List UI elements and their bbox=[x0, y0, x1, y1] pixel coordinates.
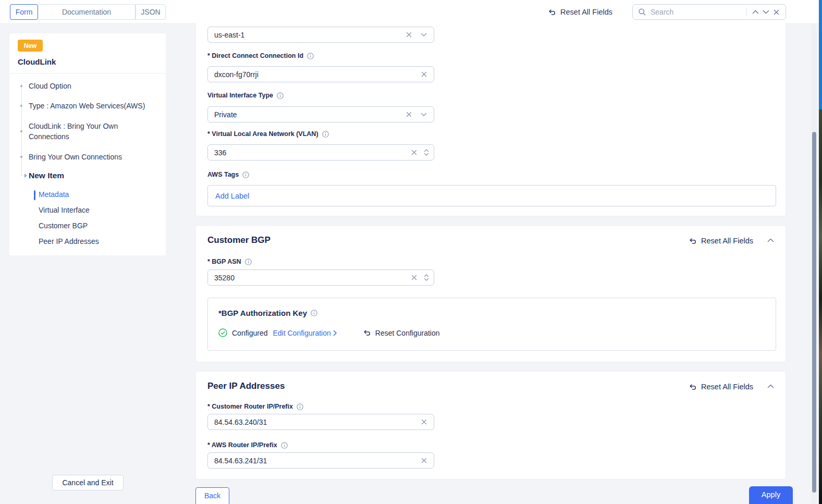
vlan-field bbox=[207, 144, 434, 161]
connection-id-input[interactable] bbox=[214, 70, 419, 79]
connection-id-field bbox=[207, 66, 434, 82]
vlan-label: * Virtual Local Area Network (VLAN) bbox=[207, 130, 329, 138]
metadata-section-card: us-east-1 * Direct Connect Connection Id… bbox=[195, 23, 786, 216]
bgp-asn-field bbox=[207, 269, 434, 286]
topbar: Form Documentation JSON Reset All Fields bbox=[0, 0, 822, 23]
back-button[interactable]: Back bbox=[195, 487, 229, 504]
clear-icon[interactable] bbox=[403, 30, 414, 40]
reset-configuration-button[interactable]: Reset Configuration bbox=[362, 329, 440, 337]
customer-bgp-title: Customer BGP bbox=[207, 235, 271, 245]
customer-router-input[interactable] bbox=[214, 418, 419, 426]
tree-item-cloudlink-byoc[interactable]: CloudLink : Bring Your Own Connections bbox=[29, 121, 133, 142]
tree-caret-icon bbox=[24, 174, 27, 178]
clear-icon[interactable] bbox=[409, 273, 419, 283]
search-close-button[interactable] bbox=[771, 7, 781, 17]
tree-item-cloud-option[interactable]: Cloud Option bbox=[29, 81, 159, 91]
peer-ip-reset-button[interactable]: Reset All Fields bbox=[688, 383, 753, 391]
customer-bgp-reset-button[interactable]: Reset All Fields bbox=[688, 237, 753, 245]
check-circle-icon bbox=[218, 328, 227, 337]
scrollbar-thumb[interactable] bbox=[812, 132, 816, 493]
new-badge: New bbox=[18, 40, 43, 52]
aws-router-field bbox=[207, 452, 434, 469]
reset-icon bbox=[547, 8, 556, 16]
bgp-asn-input[interactable] bbox=[214, 274, 409, 282]
reset-all-fields-button[interactable]: Reset All Fields bbox=[547, 8, 612, 16]
configured-status: Configured bbox=[232, 329, 268, 337]
tab-form[interactable]: Form bbox=[10, 4, 38, 20]
reset-icon bbox=[362, 329, 371, 337]
aws-tags-label: AWS Tags bbox=[207, 171, 249, 178]
peer-ip-section-card: Peer IP Addresses Reset All Fields * Cus… bbox=[195, 371, 786, 480]
tree-bullet bbox=[20, 105, 22, 107]
chevron-down-icon[interactable] bbox=[419, 109, 429, 120]
edit-configuration-link[interactable]: Edit Configuration bbox=[273, 329, 337, 337]
search-divider bbox=[746, 8, 746, 16]
vif-type-label: Virtual Interface Type bbox=[207, 92, 284, 99]
cancel-and-exit-button[interactable]: Cancel and Exit bbox=[52, 475, 124, 490]
clear-icon[interactable] bbox=[419, 417, 429, 427]
info-icon[interactable] bbox=[297, 403, 303, 410]
info-icon[interactable] bbox=[307, 53, 314, 59]
sidebar-item-customer-bgp[interactable]: Customer BGP bbox=[39, 222, 153, 230]
tree-bullet bbox=[20, 85, 22, 87]
bgp-auth-key-status-row: Configured Edit Configuration Reset Conf… bbox=[218, 328, 440, 337]
tree-item-bring-your-own-connections[interactable]: Bring Your Own Connections bbox=[29, 152, 159, 162]
sidebar-item-virtual-interface[interactable]: Virtual Interface bbox=[39, 206, 153, 214]
search-icon bbox=[638, 8, 646, 16]
bgp-auth-key-card: *BGP Authorization Key Configured Edit C… bbox=[207, 298, 776, 351]
clear-icon[interactable] bbox=[419, 69, 429, 80]
screen-edge-strip bbox=[819, 109, 822, 504]
view-tabs: Form Documentation JSON bbox=[10, 4, 166, 20]
tree-item-new-item[interactable]: New Item bbox=[29, 171, 64, 180]
tab-json[interactable]: JSON bbox=[136, 4, 166, 20]
collapse-section-button[interactable] bbox=[767, 384, 774, 388]
search-next-button[interactable] bbox=[760, 7, 771, 17]
vlan-input[interactable] bbox=[214, 149, 409, 157]
info-icon[interactable] bbox=[281, 442, 288, 449]
apply-button[interactable]: Apply bbox=[749, 486, 793, 504]
info-icon[interactable] bbox=[245, 259, 252, 265]
clear-icon[interactable] bbox=[403, 109, 414, 120]
clear-icon[interactable] bbox=[419, 456, 429, 466]
info-icon[interactable] bbox=[311, 310, 317, 316]
peer-ip-title: Peer IP Addresses bbox=[207, 381, 285, 391]
search-box bbox=[632, 4, 786, 20]
search-input[interactable] bbox=[651, 8, 742, 16]
region-select[interactable]: us-east-1 bbox=[207, 27, 434, 43]
reset-icon bbox=[688, 237, 697, 245]
sidebar-divider bbox=[9, 73, 166, 73]
customer-bgp-section-card: Customer BGP Reset All Fields * BGP ASN bbox=[195, 225, 786, 362]
connection-id-label: * Direct Connect Connection Id bbox=[207, 52, 314, 59]
bgp-auth-key-label: *BGP Authorization Key bbox=[218, 309, 317, 317]
sidebar-item-peer-ip-addresses[interactable]: Peer IP Addresses bbox=[39, 237, 153, 245]
chevron-right-icon bbox=[333, 330, 337, 336]
sidebar-item-metadata[interactable]: Metadata bbox=[39, 190, 153, 199]
bgp-asn-label: * BGP ASN bbox=[207, 258, 252, 265]
sidebar-panel: New CloudLink Cloud Option Type : Amazon… bbox=[9, 33, 166, 255]
info-icon[interactable] bbox=[242, 171, 249, 178]
info-icon[interactable] bbox=[277, 92, 284, 99]
number-stepper[interactable] bbox=[424, 149, 429, 156]
tree-connector-line bbox=[21, 83, 22, 176]
tree-bullet bbox=[20, 156, 22, 158]
customer-router-label: * Customer Router IP/Prefix bbox=[207, 403, 303, 410]
chevron-down-icon[interactable] bbox=[419, 30, 429, 40]
vif-type-value: Private bbox=[214, 110, 403, 119]
add-label-button[interactable]: Add Label bbox=[215, 192, 249, 200]
region-select-value: us-east-1 bbox=[214, 31, 403, 39]
info-icon[interactable] bbox=[322, 131, 329, 138]
search-prev-button[interactable] bbox=[750, 7, 760, 17]
sidebar-title: CloudLink bbox=[18, 57, 56, 66]
aws-router-input[interactable] bbox=[214, 457, 419, 465]
clear-icon[interactable] bbox=[409, 147, 419, 158]
number-stepper[interactable] bbox=[424, 274, 429, 281]
collapse-section-button[interactable] bbox=[767, 238, 774, 242]
tab-documentation[interactable]: Documentation bbox=[38, 4, 136, 20]
tree-bullet bbox=[20, 130, 22, 132]
cloudlink-form-page: Form Documentation JSON Reset All Fields bbox=[0, 0, 822, 504]
tree-item-type-aws[interactable]: Type : Amazon Web Services(AWS) bbox=[29, 101, 159, 111]
screen-edge-strip bbox=[819, 0, 822, 109]
active-item-indicator bbox=[34, 190, 35, 200]
vif-type-select[interactable]: Private bbox=[207, 106, 434, 122]
topbar-right: Reset All Fields bbox=[547, 4, 786, 20]
